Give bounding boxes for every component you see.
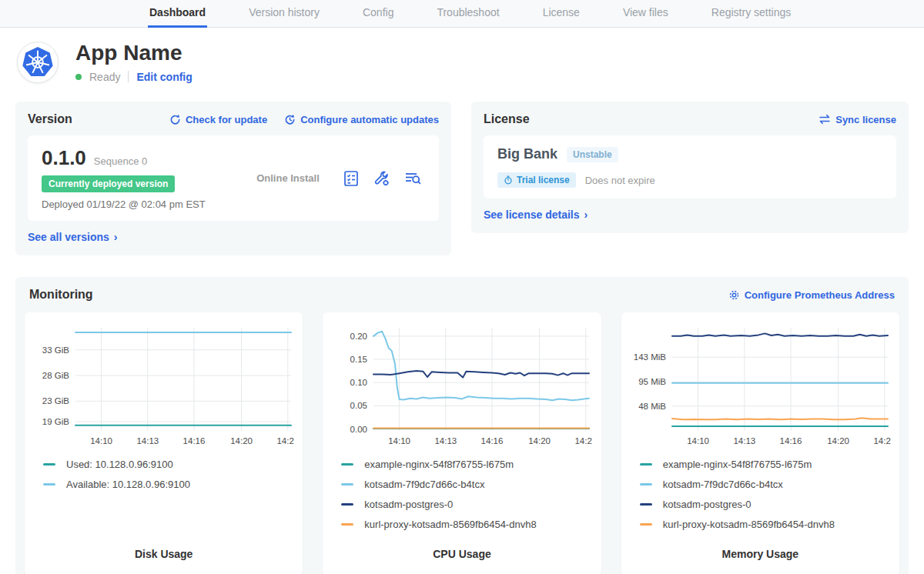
svg-text:14:20: 14:20 (230, 436, 253, 446)
legend-label: kotsadm-7f9dc7d66c-b4tcx (663, 479, 783, 490)
license-panel: Big Bank Unstable Trial license Does not… (484, 135, 896, 199)
deploy-logs-icon[interactable] (403, 169, 422, 188)
cpu-usage-chart-card: 0.000.050.100.150.2014:1014:1314:1614:20… (323, 312, 601, 574)
svg-text:0.00: 0.00 (350, 425, 367, 434)
see-license-details-link[interactable]: See license details› (484, 209, 588, 221)
license-card-title: License (484, 112, 530, 126)
legend-item: Available: 10.128.0.96:9100 (43, 479, 295, 490)
sequence-label: Sequence 0 (94, 155, 147, 167)
sync-license-link[interactable]: Sync license (819, 114, 896, 125)
svg-text:95 MiB: 95 MiB (638, 377, 666, 386)
configure-prometheus-link[interactable]: Configure Prometheus Address (728, 289, 895, 301)
svg-text:14:20: 14:20 (827, 436, 849, 446)
legend-swatch (43, 463, 55, 466)
legend-swatch (341, 523, 353, 526)
cpu-usage-legend: example-nginx-54f8f76755-l675mkotsadm-7f… (341, 459, 593, 530)
svg-text:33 GiB: 33 GiB (42, 345, 69, 355)
svg-text:14:10: 14:10 (687, 436, 709, 446)
trial-license-badge: Trial license (497, 172, 576, 188)
version-card: Version Check for update Configure au (15, 102, 451, 255)
memory-usage-chart-card: 48 MiB95 MiB143 MiB14:1014:1314:1614:201… (621, 312, 899, 574)
svg-text:0.10: 0.10 (350, 378, 367, 387)
divider (128, 71, 129, 82)
svg-text:14:23: 14:23 (276, 436, 294, 446)
legend-swatch (341, 503, 353, 506)
legend-label: kotsadm-postgres-0 (663, 499, 752, 510)
see-all-versions-link[interactable]: See all versions› (28, 231, 118, 243)
svg-text:14:10: 14:10 (389, 436, 411, 446)
legend-swatch (640, 483, 652, 486)
svg-text:14:20: 14:20 (529, 436, 551, 446)
current-version-panel: 0.1.0 Sequence 0 Currently deployed vers… (28, 135, 439, 221)
legend-swatch (43, 483, 55, 486)
legend-label: Available: 10.128.0.96:9100 (66, 479, 190, 490)
svg-text:14:23: 14:23 (575, 436, 593, 446)
tab-dashboard[interactable]: Dashboard (148, 6, 207, 28)
install-type-label: Online Install (234, 172, 342, 184)
svg-text:14:13: 14:13 (733, 436, 755, 446)
svg-text:14:23: 14:23 (873, 436, 891, 446)
disk-usage-chart-card: 19 GiB23 GiB28 GiB33 GiB14:1014:1314:161… (25, 312, 303, 574)
legend-item: Used: 10.128.0.96:9100 (43, 459, 295, 470)
legend-label: kotsadm-7f9dc7d66c-b4tcx (364, 479, 484, 490)
legend-item: kotsadm-7f9dc7d66c-b4tcx (341, 479, 593, 490)
svg-text:14:16: 14:16 (481, 436, 504, 446)
legend-item: kotsadm-7f9dc7d66c-b4tcx (640, 479, 892, 490)
configure-automatic-updates-link[interactable]: Configure automatic updates (284, 114, 439, 125)
svg-text:28 GiB: 28 GiB (42, 371, 69, 380)
legend-label: Used: 10.128.0.96:9100 (66, 459, 173, 470)
chevron-right-icon: › (584, 209, 588, 221)
tab-view-files[interactable]: View files (621, 6, 670, 28)
legend-label: kotsadm-postgres-0 (364, 499, 453, 510)
cards-row: Version Check for update Configure au (0, 91, 924, 255)
disk-usage-legend: Used: 10.128.0.96:9100Available: 10.128.… (43, 459, 295, 490)
svg-text:14:16: 14:16 (779, 436, 802, 446)
kubernetes-icon (20, 45, 55, 80)
legend-item: kurl-proxy-kotsadm-8569fb6454-dnvh8 (640, 519, 892, 530)
tab-registry-settings[interactable]: Registry settings (710, 6, 792, 28)
tab-license[interactable]: License (541, 6, 581, 28)
top-nav: Dashboard Version history Config Trouble… (0, 0, 924, 28)
stopwatch-icon (504, 175, 513, 185)
tab-config[interactable]: Config (361, 6, 395, 28)
chart-title: CPU Usage (330, 548, 593, 566)
legend-item: kotsadm-postgres-0 (341, 499, 593, 510)
legend-swatch (640, 463, 652, 466)
status-dot (75, 74, 82, 80)
license-card: License Sync license Big Bank Unstable (471, 102, 909, 233)
deployed-badge: Currently deployed version (42, 175, 175, 192)
tab-troubleshoot[interactable]: Troubleshoot (435, 6, 500, 28)
chevron-right-icon: › (114, 231, 118, 243)
preflight-checklist-icon[interactable] (342, 169, 360, 188)
legend-label: kurl-proxy-kotsadm-8569fb6454-dnvh8 (364, 519, 536, 530)
deployed-timestamp: Deployed 01/19/22 @ 02:04 pm EST (42, 199, 234, 210)
svg-text:14:13: 14:13 (136, 436, 159, 446)
version-card-title: Version (28, 112, 72, 126)
tab-bar: Dashboard Version history Config Trouble… (148, 6, 792, 27)
legend-swatch (640, 503, 652, 506)
monitoring-title: Monitoring (29, 288, 93, 302)
app-logo (17, 42, 59, 83)
config-wrench-icon[interactable] (373, 169, 391, 188)
legend-swatch (341, 483, 353, 486)
svg-text:14:16: 14:16 (183, 436, 206, 446)
chart-title: Disk Usage (32, 548, 295, 566)
check-for-update-link[interactable]: Check for update (169, 114, 267, 125)
cpu-usage-chart: 0.000.050.100.150.2014:1014:1314:1614:20… (330, 322, 592, 451)
customer-name: Big Bank (497, 146, 557, 162)
tab-version-history[interactable]: Version history (247, 6, 321, 28)
svg-text:19 GiB: 19 GiB (42, 417, 69, 426)
legend-swatch (341, 463, 353, 466)
svg-text:23 GiB: 23 GiB (42, 396, 69, 405)
edit-config-link[interactable]: Edit config (136, 71, 192, 83)
legend-item: example-nginx-54f8f76755-l675m (341, 459, 593, 470)
app-header: App Name Ready Edit config (0, 28, 924, 91)
svg-text:14:10: 14:10 (90, 436, 112, 446)
svg-text:0.20: 0.20 (350, 332, 367, 341)
legend-label: example-nginx-54f8f76755-l675m (364, 459, 514, 470)
sync-icon (819, 114, 831, 125)
expiration-text: Does not expire (585, 175, 655, 186)
refresh-icon (169, 114, 181, 125)
svg-text:14:13: 14:13 (435, 436, 457, 446)
version-number: 0.1.0 (42, 146, 86, 170)
